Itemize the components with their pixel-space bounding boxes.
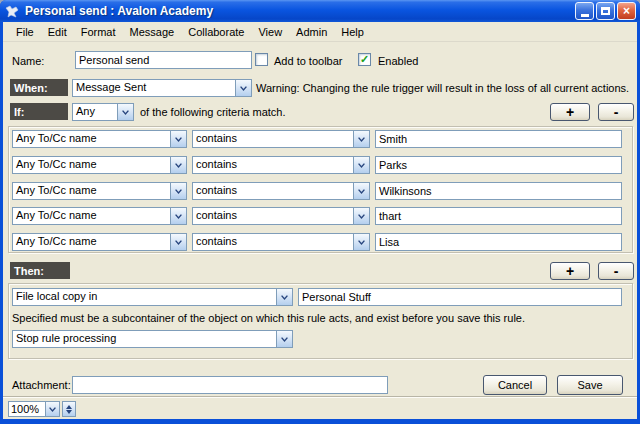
if-suffix-text: of the following criteria match. [140,106,286,118]
criteria-field-select[interactable]: Any To/Cc name [12,182,187,200]
maximize-icon [601,7,610,15]
criteria-operator-select[interactable]: contains [192,156,370,174]
chevron-down-icon [117,104,133,120]
menu-item-edit[interactable]: Edit [41,24,74,40]
menu-bar: File Edit Format Message Collaborate Vie… [3,22,637,42]
if-add-criteria-button[interactable]: + [550,103,590,121]
chevron-down-icon [353,131,369,147]
menu-item-format[interactable]: Format [74,24,123,40]
when-section-label: When: [10,79,68,96]
criteria-operator-value: contains [193,183,353,199]
criteria-operator-select[interactable]: contains [192,182,370,200]
window-title: Personal send : Avalon Academy [25,4,575,18]
criteria-field-value: Any To/Cc name [13,234,170,250]
add-to-toolbar-label: Add to toolbar [274,55,343,67]
chevron-down-icon [276,331,292,347]
chevron-down-icon [353,157,369,173]
minimize-button[interactable] [575,2,594,20]
chevron-down-icon [353,208,369,224]
chevron-down-icon [170,234,186,250]
when-trigger-select[interactable]: Message Sent [72,79,252,97]
action-target-input[interactable]: Personal Stuff [298,288,622,306]
name-label: Name: [12,55,44,67]
maximize-button[interactable] [596,2,615,20]
attachment-input[interactable] [72,376,388,394]
chevron-down-icon [170,131,186,147]
zoom-spinner[interactable] [62,401,76,417]
chevron-down-icon [353,234,369,250]
if-section-label: If: [10,103,68,120]
criteria-field-value: Any To/Cc name [13,157,170,173]
menu-item-collaborate[interactable]: Collaborate [181,24,251,40]
spinner-up-icon [66,405,72,409]
final-action-select[interactable]: Stop rule processing [12,330,293,348]
chevron-down-icon [170,208,186,224]
spinner-down-icon [66,410,72,414]
criteria-field-value: Any To/Cc name [13,131,170,147]
then-remove-action-button[interactable]: - [598,262,634,280]
app-icon [5,4,20,18]
when-warning-text: Warning: Changing the rule trigger will … [256,82,629,94]
chevron-down-icon [235,80,251,96]
criteria-operator-select[interactable]: contains [192,207,370,225]
menu-item-help[interactable]: Help [334,24,371,40]
if-remove-criteria-button[interactable]: - [598,103,634,121]
if-match-select[interactable]: Any [72,103,134,121]
when-trigger-value: Message Sent [73,80,235,96]
criteria-field-value: Any To/Cc name [13,208,170,224]
enabled-label: Enabled [378,55,418,67]
criteria-operator-select[interactable]: contains [192,233,370,251]
zoom-level-select[interactable]: 100% [8,401,60,417]
menu-item-message[interactable]: Message [123,24,182,40]
criteria-operator-select[interactable]: contains [192,130,370,148]
status-bar: 100% [3,396,637,419]
then-section-label: Then: [10,262,70,279]
menu-item-file[interactable]: File [9,24,41,40]
minimize-icon [581,14,589,17]
criteria-field-select[interactable]: Any To/Cc name [12,130,187,148]
dialog-body: File Edit Format Message Collaborate Vie… [3,22,637,396]
dialog-window: Personal send : Avalon Academy × File Ed… [0,0,640,424]
criteria-value-input[interactable]: thart [375,207,622,225]
then-note-text: Specified must be a subcontainer of the … [12,312,525,324]
criteria-value-input[interactable]: Lisa [375,233,622,251]
menu-item-view[interactable]: View [251,24,289,40]
chevron-down-icon [276,289,292,305]
chevron-down-icon [45,402,59,416]
close-icon: × [623,4,630,18]
criteria-field-select[interactable]: Any To/Cc name [12,233,187,251]
criteria-field-select[interactable]: Any To/Cc name [12,207,187,225]
close-button[interactable]: × [617,2,636,20]
name-input[interactable]: Personal send [75,51,252,69]
criteria-value-input[interactable]: Wilkinsons [375,182,622,200]
then-add-action-button[interactable]: + [550,262,590,280]
chevron-down-icon [353,183,369,199]
title-bar[interactable]: Personal send : Avalon Academy × [0,0,640,22]
if-match-value: Any [73,104,117,120]
final-action-value: Stop rule processing [13,331,276,347]
chevron-down-icon [170,183,186,199]
attachment-label: Attachment: [12,379,71,391]
cancel-button[interactable]: Cancel [483,375,547,395]
criteria-value-input[interactable]: Parks [375,156,622,174]
window-controls: × [575,2,636,20]
criteria-field-value: Any To/Cc name [13,183,170,199]
criteria-value-input[interactable]: Smith [375,130,622,148]
action-type-value: File local copy in [13,289,276,305]
criteria-operator-value: contains [193,131,353,147]
zoom-level-value: 100% [9,402,45,416]
criteria-operator-value: contains [193,234,353,250]
enabled-checkbox[interactable]: ✓ [358,53,371,66]
save-button[interactable]: Save [557,375,623,395]
add-to-toolbar-checkbox[interactable] [255,53,268,66]
criteria-operator-value: contains [193,208,353,224]
menu-item-admin[interactable]: Admin [289,24,334,40]
criteria-operator-value: contains [193,157,353,173]
criteria-field-select[interactable]: Any To/Cc name [12,156,187,174]
chevron-down-icon [170,157,186,173]
action-type-select[interactable]: File local copy in [12,288,293,306]
